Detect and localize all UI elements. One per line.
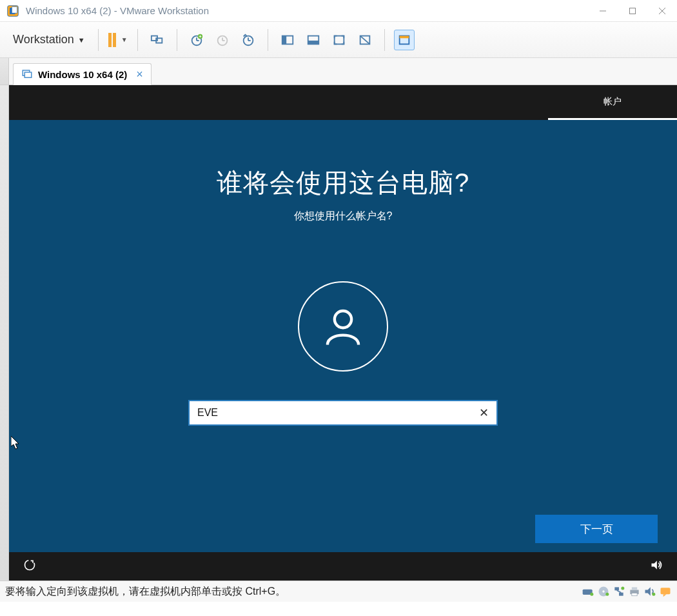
statusbar: 要将输入定向到该虚拟机，请在虚拟机内部单击或按 Ctrl+G。: [0, 581, 677, 602]
oobe-body: 谁将会使用这台电脑? 你想使用什么帐户名? ✕: [9, 120, 677, 581]
statusbar-text: 要将输入定向到该虚拟机，请在虚拟机内部单击或按 Ctrl+G。: [5, 585, 286, 599]
vm-tabstrip: Windows 10 x64 (2) ×: [0, 58, 677, 85]
svg-rect-50: [661, 588, 671, 594]
svg-rect-2: [12, 6, 17, 13]
svg-rect-22: [282, 35, 286, 44]
thumbnail-icon: [397, 33, 411, 47]
hdd-icon[interactable]: [582, 585, 594, 598]
fullscreen-icon: [332, 33, 346, 47]
toolbar-separator: [177, 29, 177, 51]
svg-rect-29: [399, 35, 409, 38]
printer-icon[interactable]: [628, 585, 641, 598]
svg-rect-47: [632, 593, 637, 596]
username-input[interactable]: [197, 407, 479, 419]
oobe-bottombar: [9, 552, 677, 581]
ease-of-access-icon[interactable]: [23, 559, 36, 574]
sound-icon[interactable]: [643, 585, 656, 598]
toolbar-separator: [268, 29, 268, 51]
svg-point-40: [605, 593, 609, 596]
toolbar-separator: [384, 29, 385, 51]
oobe-subheading: 你想使用什么帐户名?: [294, 210, 393, 223]
svg-point-37: [590, 593, 593, 596]
svg-rect-4: [630, 8, 636, 14]
svg-line-43: [617, 590, 622, 592]
snapshot-take-button[interactable]: [186, 30, 207, 50]
windows-oobe-screen[interactable]: 帐户 谁将会使用这台电脑? 你想使用什么帐户名? ✕ 下一页: [9, 85, 677, 581]
oobe-tab-label: 帐户: [603, 96, 622, 108]
user-avatar-icon: [298, 281, 388, 372]
left-gutter: [0, 58, 9, 84]
svg-line-27: [360, 35, 369, 44]
network-icon[interactable]: [613, 585, 625, 598]
fullscreen-button[interactable]: [329, 30, 349, 50]
svg-marker-34: [652, 561, 657, 569]
svg-rect-25: [334, 35, 344, 44]
svg-point-32: [335, 311, 351, 328]
oobe-tab-account[interactable]: 帐户: [548, 85, 677, 120]
unity-mode-button[interactable]: [355, 30, 375, 50]
svg-rect-41: [614, 587, 619, 590]
close-button[interactable]: [647, 0, 677, 22]
maximize-button[interactable]: [618, 0, 647, 22]
volume-icon[interactable]: [650, 559, 663, 574]
oobe-heading: 谁将会使用这台电脑?: [217, 165, 469, 201]
svg-rect-42: [619, 593, 623, 596]
device-status-icons: [582, 585, 672, 598]
svg-marker-48: [645, 587, 651, 595]
guest-area: 帐户 谁将会使用这台电脑? 你想使用什么帐户名? ✕ 下一页: [0, 85, 677, 581]
pause-icon: [108, 33, 116, 47]
oobe-topbar: 帐户: [9, 85, 677, 120]
svg-point-39: [602, 590, 604, 592]
svg-point-49: [652, 593, 655, 596]
toolbar-separator: [137, 29, 138, 51]
svg-marker-51: [663, 594, 667, 597]
svg-rect-46: [632, 587, 637, 590]
vm-tab[interactable]: Windows 10 x64 (2) ×: [13, 63, 152, 85]
left-gutter: [0, 85, 9, 581]
vm-tab-label: Windows 10 x64 (2): [38, 69, 127, 80]
send-ctrl-alt-del-button[interactable]: [147, 30, 168, 50]
snapshot-manager-button[interactable]: [238, 30, 259, 50]
workstation-menu[interactable]: Workstation ▼: [9, 30, 89, 49]
snapshot-revert-button[interactable]: [212, 30, 233, 50]
window-title: Windows 10 x64 (2) - VMware Workstation: [26, 5, 209, 16]
clock-manage-icon: [241, 33, 255, 47]
svg-rect-24: [308, 40, 319, 43]
chevron-down-icon: ▼: [121, 36, 128, 43]
clock-back-icon: [215, 33, 230, 47]
vmware-logo-icon: [6, 5, 19, 17]
message-icon[interactable]: [659, 585, 672, 598]
bottombar-icon: [306, 33, 320, 47]
next-button[interactable]: 下一页: [535, 515, 658, 543]
username-input-wrap[interactable]: ✕: [188, 400, 498, 426]
pause-vm-button[interactable]: ▼: [108, 30, 128, 50]
unity-icon: [358, 33, 372, 47]
clock-plus-icon: [190, 33, 204, 47]
cd-icon[interactable]: [597, 585, 610, 598]
monitors-icon: [150, 33, 164, 47]
view-console-button[interactable]: [303, 30, 324, 50]
svg-point-44: [621, 587, 624, 590]
close-tab-icon[interactable]: ×: [136, 68, 143, 81]
workstation-menu-label: Workstation: [13, 33, 74, 46]
vm-icon: [21, 68, 33, 80]
clear-input-icon[interactable]: ✕: [479, 406, 489, 420]
sidebar-icon: [280, 33, 295, 47]
chevron-down-icon: ▼: [78, 36, 85, 44]
minimize-button[interactable]: [588, 0, 618, 22]
toolbar: Workstation ▼ ▼: [0, 22, 677, 58]
window-titlebar: Windows 10 x64 (2) - VMware Workstation: [0, 0, 677, 22]
toolbar-separator: [98, 29, 99, 51]
thumbnail-bar-button[interactable]: [394, 30, 415, 50]
view-sidebar-button[interactable]: [277, 30, 298, 50]
svg-rect-31: [25, 72, 32, 77]
